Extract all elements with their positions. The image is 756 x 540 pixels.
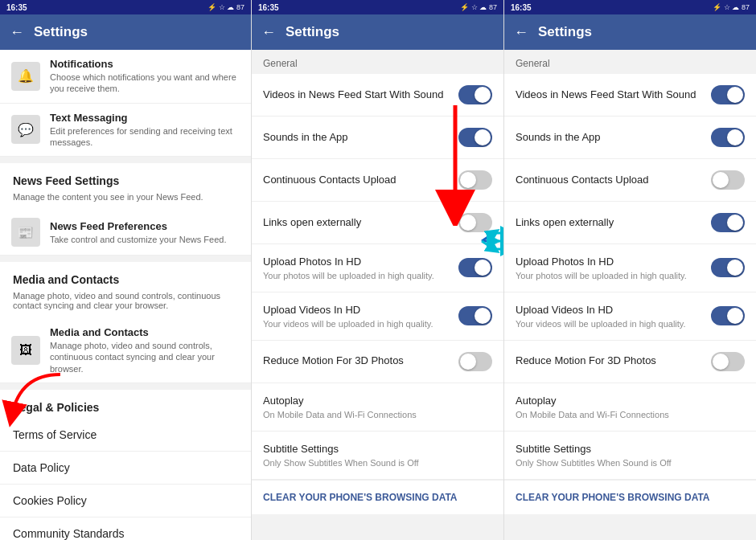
- sounds-app-right-title: Sounds in the App: [516, 131, 703, 145]
- toggle-row-contacts-mid[interactable]: Continuous Contacts Upload: [252, 159, 503, 202]
- contacts-mid-title: Continuous Contacts Upload: [263, 174, 450, 187]
- toggle-row-links-right[interactable]: Links open externally: [504, 202, 756, 244]
- media-contacts-heading: Media and Contacts: [0, 262, 251, 291]
- news-feed-section: News Feed Settings Manage the content yo…: [0, 163, 251, 256]
- panel-left: 16:35 ⚡ ☆ ☁ 87 ← Settings 🔔 Notification…: [0, 0, 252, 540]
- notification-title: Notifications: [50, 58, 240, 70]
- clear-link-right[interactable]: CLEAR YOUR PHONE'S BROWSING DATA: [504, 480, 756, 514]
- text-messaging-item[interactable]: 💬 Text Messaging Edit preferences for se…: [0, 104, 251, 158]
- community-item[interactable]: Community Standards: [0, 518, 251, 540]
- news-feed-icon: 📰: [11, 218, 40, 247]
- videos-sound-right-toggle[interactable]: [711, 85, 745, 104]
- clear-link-mid[interactable]: CLEAR YOUR PHONE'S BROWSING DATA: [252, 480, 503, 514]
- status-bar-left: 16:35 ⚡ ☆ ☁ 87: [0, 0, 251, 14]
- time-left: 16:35: [6, 3, 27, 12]
- contacts-right-toggle[interactable]: [711, 170, 745, 190]
- notifications-item[interactable]: 🔔 Notifications Choose which notificatio…: [0, 50, 251, 104]
- toggle-row-sounds-app-mid[interactable]: Sounds in the App: [252, 117, 503, 159]
- videos-hd-right-desc: Your videos will be uploaded in high qua…: [516, 319, 703, 329]
- sounds-app-mid-toggle[interactable]: [458, 128, 492, 147]
- terms-item[interactable]: Terms of Service: [0, 419, 251, 452]
- general-label-right: General: [504, 50, 756, 74]
- autoplay-mid-title: Autoplay: [263, 395, 492, 408]
- status-icons-left: ⚡ ☆ ☁ 87: [207, 3, 244, 11]
- toggle-row-photos-hd-mid[interactable]: Upload Photos In HD Your photos will be …: [252, 244, 503, 292]
- status-bar-mid: 16:35 ⚡ ☆ ☁ 87: [252, 0, 503, 14]
- panel-mid: 16:35 ⚡ ☆ ☁ 87 ← Settings General Videos…: [252, 0, 504, 540]
- videos-sound-mid-title: Videos in News Feed Start With Sound: [263, 88, 450, 102]
- back-button-right[interactable]: ←: [514, 24, 528, 41]
- toggle-row-subtitles-mid[interactable]: Subtitle Settings Only Show Subtitles Wh…: [252, 432, 503, 480]
- text-messaging-title: Text Messaging: [50, 112, 240, 124]
- links-right-toggle[interactable]: [711, 213, 745, 232]
- news-feed-prefs-item[interactable]: 📰 News Feed Preferences Take control and…: [0, 210, 251, 256]
- toggle-row-videos-sound-mid[interactable]: Videos in News Feed Start With Sound: [252, 74, 503, 117]
- toggle-row-sounds-app-right[interactable]: Sounds in the App: [504, 117, 756, 159]
- reduce-mid-title: Reduce Motion For 3D Photos: [263, 354, 450, 368]
- status-icons-right: ⚡ ☆ ☁ 87: [713, 3, 750, 11]
- status-bar-right: 16:35 ⚡ ☆ ☁ 87: [504, 0, 756, 14]
- header-right: ← Settings: [504, 14, 756, 50]
- news-feed-desc: Manage the content you see in your News …: [0, 192, 251, 210]
- toggle-row-photos-hd-right[interactable]: Upload Photos In HD Your photos will be …: [504, 244, 756, 292]
- scroll-left: 🔔 Notifications Choose which notificatio…: [0, 50, 251, 540]
- toggle-row-videos-sound-right[interactable]: Videos in News Feed Start With Sound: [504, 74, 756, 117]
- links-right-title: Links open externally: [516, 216, 703, 230]
- media-icon: 🖼: [11, 336, 40, 365]
- toggle-row-contacts-right[interactable]: Continuous Contacts Upload: [504, 159, 756, 202]
- subtitles-right-desc: Only Show Subtitles When Sound is Off: [516, 458, 745, 468]
- header-mid: ← Settings: [252, 14, 503, 50]
- toggle-row-autoplay-mid[interactable]: Autoplay On Mobile Data and Wi-Fi Connec…: [252, 383, 503, 432]
- reduce-mid-toggle[interactable]: [458, 352, 492, 371]
- notifications-section: 🔔 Notifications Choose which notificatio…: [0, 50, 251, 157]
- photos-hd-mid-title: Upload Photos In HD: [263, 256, 450, 269]
- videos-sound-right-title: Videos in News Feed Start With Sound: [516, 88, 703, 102]
- news-feed-heading: News Feed Settings: [0, 163, 251, 192]
- back-button-mid[interactable]: ←: [261, 24, 276, 41]
- videos-hd-mid-toggle[interactable]: [458, 306, 492, 325]
- time-mid: 16:35: [258, 3, 279, 12]
- contacts-mid-toggle[interactable]: [458, 170, 492, 190]
- reduce-right-title: Reduce Motion For 3D Photos: [516, 354, 703, 368]
- media-contacts-section: Media and Contacts Manage photo, video a…: [0, 262, 251, 383]
- photos-hd-right-toggle[interactable]: [711, 258, 745, 277]
- links-mid-title: Links open externally: [263, 216, 450, 230]
- sounds-app-mid-title: Sounds in the App: [263, 131, 450, 145]
- links-mid-toggle[interactable]: [458, 213, 492, 232]
- videos-sound-mid-toggle[interactable]: [458, 85, 492, 104]
- toggle-row-links-mid[interactable]: Links open externally: [252, 202, 503, 244]
- back-button-left[interactable]: ←: [10, 24, 24, 41]
- toggle-row-autoplay-right[interactable]: Autoplay On Mobile Data and Wi-Fi Connec…: [504, 383, 756, 432]
- videos-hd-right-title: Upload Videos In HD: [516, 304, 703, 317]
- sounds-app-right-toggle[interactable]: [711, 128, 745, 147]
- cookies-item[interactable]: Cookies Policy: [0, 485, 251, 518]
- notification-desc: Choose which notifications you want and …: [50, 72, 240, 95]
- subtitles-mid-desc: Only Show Subtitles When Sound is Off: [263, 458, 492, 468]
- media-contacts-desc: Manage photo, video and sound controls, …: [0, 291, 251, 318]
- toggle-row-videos-hd-mid[interactable]: Upload Videos In HD Your videos will be …: [252, 292, 503, 341]
- scroll-right: General Videos in News Feed Start With S…: [504, 50, 756, 540]
- toggle-row-videos-hd-right[interactable]: Upload Videos In HD Your videos will be …: [504, 292, 756, 341]
- autoplay-right-desc: On Mobile Data and Wi-Fi Connections: [516, 410, 745, 419]
- title-mid: Settings: [286, 24, 339, 40]
- text-message-icon: 💬: [11, 115, 40, 144]
- toggle-row-reduce-mid[interactable]: Reduce Motion For 3D Photos: [252, 341, 503, 383]
- status-icons-mid: ⚡ ☆ ☁ 87: [460, 3, 497, 11]
- toggle-row-subtitles-right[interactable]: Subtitle Settings Only Show Subtitles Wh…: [504, 432, 756, 480]
- photos-hd-mid-toggle[interactable]: [458, 258, 492, 277]
- autoplay-mid-desc: On Mobile Data and Wi-Fi Connections: [263, 410, 492, 419]
- panel-right: 16:35 ⚡ ☆ ☁ 87 ← Settings General Videos…: [504, 0, 756, 540]
- title-right: Settings: [538, 24, 592, 40]
- general-label-mid: General: [252, 50, 503, 74]
- legal-section: Legal & Policies Terms of Service Data P…: [0, 390, 251, 540]
- notification-icon: 🔔: [11, 62, 40, 91]
- data-policy-item[interactable]: Data Policy: [0, 452, 251, 485]
- reduce-right-toggle[interactable]: [711, 352, 745, 371]
- autoplay-right-title: Autoplay: [516, 395, 745, 408]
- media-contacts-item[interactable]: 🖼 Media and Contacts Manage photo, video…: [0, 318, 251, 383]
- legal-heading: Legal & Policies: [0, 390, 251, 419]
- photos-hd-mid-desc: Your photos will be uploaded in high qua…: [263, 271, 450, 280]
- videos-hd-mid-desc: Your videos will be uploaded in high qua…: [263, 319, 450, 329]
- videos-hd-right-toggle[interactable]: [711, 306, 745, 325]
- toggle-row-reduce-right[interactable]: Reduce Motion For 3D Photos: [504, 341, 756, 383]
